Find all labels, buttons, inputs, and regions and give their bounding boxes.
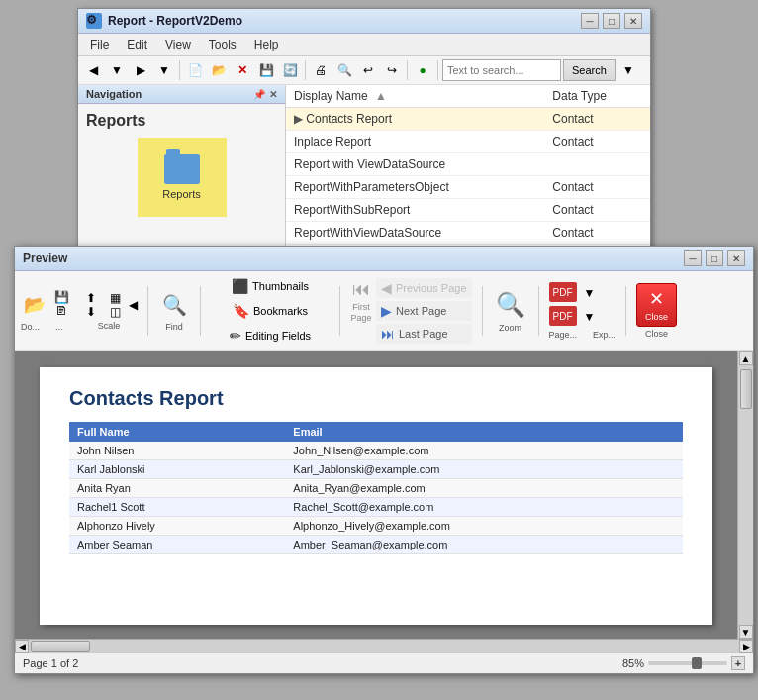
new-btn[interactable]: 📄 <box>184 59 206 81</box>
col-data-type[interactable]: Data Type <box>544 85 650 108</box>
main-toolbar: ◀ ▼ ▶ ▼ 📄 📂 ✕ 💾 🔄 🖨 🔍 ↩ ↪ ● Search ▼ <box>78 56 650 85</box>
next-arrow-icon: ▶ <box>381 303 392 319</box>
vertical-scrollbar: ▲ ▼ <box>737 351 753 639</box>
preview-minimize-btn[interactable]: ─ <box>684 250 702 266</box>
zoom-group: 🔍 Zoom <box>493 289 528 333</box>
page-nav-group: ⏮ FirstPage ◀ Previous Page ▶ Next Page … <box>350 278 472 344</box>
hscroll-track[interactable] <box>29 640 739 652</box>
exp-dropdown-btn[interactable]: ▼ <box>579 306 601 328</box>
first-page-btn[interactable]: ⏮ <box>350 278 372 300</box>
prev-page-btn[interactable]: ◀ Previous Page <box>376 278 472 298</box>
exp-label: Exp... <box>593 330 616 340</box>
play-btn[interactable]: ● <box>412 59 433 81</box>
open-btn[interactable]: 📂 <box>208 59 230 81</box>
scale-up-btn[interactable]: ⬆ <box>80 292 102 305</box>
table-row[interactable]: Report with ViewDataSource <box>286 153 650 176</box>
main-close-btn[interactable]: ✕ <box>624 13 642 29</box>
email-cell: John_Nilsen@example.com <box>285 442 683 460</box>
zoom-btn[interactable]: 🔍 <box>493 289 528 321</box>
editing-fields-btn[interactable]: ✏ Editing Fields <box>211 325 330 347</box>
last-page-btn[interactable]: ⏭ Last Page <box>376 324 472 344</box>
close-x-btn[interactable]: ✕ <box>232 59 253 81</box>
forward-dropdown-btn[interactable]: ▼ <box>153 59 175 81</box>
table-row[interactable]: ▶ Contacts Report Contact <box>286 108 650 131</box>
undo-btn[interactable]: ↩ <box>357 59 379 81</box>
scroll-down-btn[interactable]: ▼ <box>739 625 753 639</box>
table-row[interactable]: Inplace Report Contact <box>286 131 650 153</box>
scroll-thumb[interactable] <box>740 369 752 409</box>
col-display-name[interactable]: Display Name ▲ <box>286 85 544 108</box>
main-minimize-btn[interactable]: ─ <box>581 13 599 29</box>
close-group: ✕ Close Close <box>636 283 677 339</box>
nav-pin-btn[interactable]: 📌 <box>253 89 265 100</box>
search-button[interactable]: Search <box>563 59 616 81</box>
pdf2-btn[interactable]: PDF <box>549 306 577 326</box>
scale-arrow-btn[interactable]: ◀ <box>128 294 138 316</box>
dropdown-btn[interactable]: ▼ <box>106 59 128 81</box>
nav-close-btn[interactable]: ✕ <box>269 89 277 100</box>
menu-help[interactable]: Help <box>246 36 287 53</box>
bookmarks-btn[interactable]: 🔖 Bookmarks <box>211 300 330 322</box>
do-folder-btn[interactable]: 📂 <box>21 291 48 319</box>
close-red-btn[interactable]: ✕ Close <box>636 283 677 327</box>
table-row[interactable]: ReportWithViewDataSource Contact <box>286 222 650 245</box>
preview-window: Preview ─ □ ✕ 📂 💾 🖹 Do... ... <box>14 246 754 674</box>
main-maximize-btn[interactable]: □ <box>603 13 620 29</box>
menu-edit[interactable]: Edit <box>119 36 155 53</box>
bookmarks-label: Bookmarks <box>253 305 308 317</box>
preview-btn[interactable]: 🔍 <box>333 59 355 81</box>
menu-view[interactable]: View <box>157 36 199 53</box>
main-window-title: Report - ReportV2Demo <box>108 14 242 28</box>
email-cell: Karl_Jablonski@example.com <box>285 460 683 479</box>
nav-content: Reports Reports <box>78 104 285 225</box>
save2-icon-btn[interactable]: 🖹 <box>50 305 72 318</box>
zoom-slider-thumb[interactable] <box>692 657 702 669</box>
scale3-btn[interactable]: ◫ <box>104 306 126 319</box>
col-email: Email <box>285 422 683 442</box>
dot-label: ... <box>55 322 63 332</box>
scale-down-btn[interactable]: ⬇ <box>80 306 102 319</box>
menu-file[interactable]: File <box>82 36 117 53</box>
menu-tools[interactable]: Tools <box>201 36 244 53</box>
full-name-cell: Anita Ryan <box>69 479 285 498</box>
email-cell: Rachel_Scott@example.com <box>285 498 683 517</box>
data-row: Rachel1 Scott Rachel_Scott@example.com <box>69 498 683 517</box>
pdf1-btn[interactable]: PDF <box>549 282 577 302</box>
editing-label: Editing Fields <box>245 330 311 342</box>
save-btn[interactable]: 💾 <box>255 59 277 81</box>
zoom-plus-btn[interactable]: + <box>731 656 745 670</box>
save-icon-btn[interactable]: 💾 <box>50 291 72 304</box>
prev-arrow-icon: ◀ <box>381 280 392 296</box>
print-btn[interactable]: 🖨 <box>310 59 332 81</box>
hscroll-thumb[interactable] <box>31 641 90 652</box>
do-group: 📂 💾 🖹 Do... ... <box>21 291 72 332</box>
data-row: John Nilsen John_Nilsen@example.com <box>69 442 683 460</box>
forward-btn[interactable]: ▶ <box>130 59 151 81</box>
table-row[interactable]: ReportWithParametersObject Contact <box>286 176 650 199</box>
full-name-cell: John Nilsen <box>69 442 285 460</box>
refresh-btn[interactable]: 🔄 <box>279 59 301 81</box>
scroll-up-btn[interactable]: ▲ <box>739 351 753 365</box>
search-options-btn[interactable]: ▼ <box>617 59 639 81</box>
next-page-btn[interactable]: ▶ Next Page <box>376 301 472 321</box>
scale2-btn[interactable]: ▦ <box>104 292 126 305</box>
table-row[interactable]: ReportWithSubReport Contact <box>286 199 650 222</box>
find-btn[interactable]: 🔍 <box>158 290 190 320</box>
search-input[interactable] <box>442 59 561 81</box>
redo-btn[interactable]: ↪ <box>381 59 403 81</box>
hscroll-right-btn[interactable]: ▶ <box>739 640 753 653</box>
back-btn[interactable]: ◀ <box>82 59 104 81</box>
prev-page-label: Previous Page <box>396 282 467 294</box>
zoom-slider[interactable] <box>648 661 727 665</box>
nav-icon-area[interactable]: Reports <box>138 138 227 217</box>
zoom-percent: 85% <box>622 657 644 669</box>
thumbnails-icon: ⬛ <box>232 278 248 294</box>
page-label: Page... <box>549 330 578 340</box>
data-row: Karl Jablonski Karl_Jablonski@example.co… <box>69 460 683 479</box>
thumbnails-btn[interactable]: ⬛ Thumbnails <box>211 275 330 297</box>
preview-maximize-btn[interactable]: □ <box>706 250 723 266</box>
hscroll-left-btn[interactable]: ◀ <box>15 640 29 653</box>
preview-close-btn[interactable]: ✕ <box>727 250 745 266</box>
scale-btn-row: ⬆ ⬇ ▦ ◫ ◀ <box>80 292 138 319</box>
page-dropdown-btn[interactable]: ▼ <box>579 282 601 304</box>
